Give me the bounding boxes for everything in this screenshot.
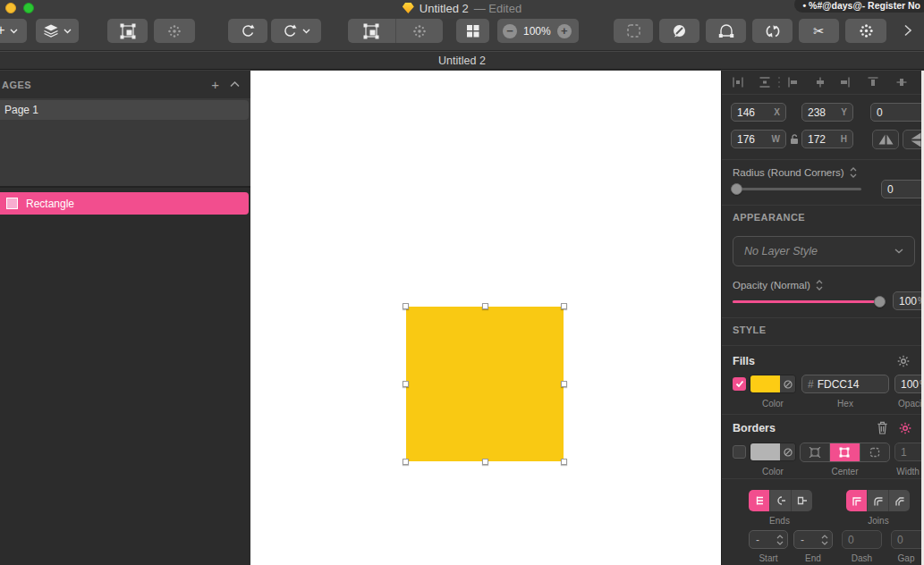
selection-handle-se[interactable] bbox=[561, 459, 567, 465]
circle-slash-icon bbox=[784, 380, 793, 389]
rotate-button[interactable] bbox=[228, 19, 267, 43]
layer-style-dropdown[interactable]: No Layer Style bbox=[733, 236, 915, 266]
join-miter-button[interactable] bbox=[846, 490, 867, 511]
join-bevel-button[interactable] bbox=[888, 490, 910, 511]
insert-button[interactable]: + bbox=[0, 19, 27, 43]
cap-butt-button[interactable] bbox=[749, 490, 769, 511]
align-left-icon[interactable] bbox=[787, 76, 800, 89]
width-field[interactable]: 176 W bbox=[731, 130, 786, 148]
dash-field[interactable]: 0 bbox=[842, 530, 882, 549]
rotation-field[interactable]: 0 bbox=[870, 103, 924, 122]
page-list-item[interactable]: Page 1 bbox=[0, 100, 249, 120]
stepper-icon bbox=[821, 535, 828, 545]
height-field[interactable]: 172 H bbox=[801, 130, 853, 148]
zoom-out-button[interactable]: − bbox=[503, 24, 517, 38]
layers-panel: Rectangle bbox=[0, 186, 250, 565]
align-horizontal-center-icon[interactable] bbox=[814, 76, 827, 89]
page-name: Page 1 bbox=[4, 104, 38, 116]
border-position-center-button[interactable] bbox=[829, 443, 859, 461]
layer-list-item-rectangle[interactable]: Rectangle bbox=[0, 192, 249, 215]
grid-icon bbox=[466, 24, 479, 38]
mask-button[interactable] bbox=[706, 19, 746, 43]
fill-hex-field[interactable]: # FDCC14 bbox=[801, 375, 889, 393]
rotate-copies-button[interactable] bbox=[271, 19, 321, 43]
cap-square-button[interactable] bbox=[791, 490, 812, 511]
y-unit-label: Y bbox=[841, 107, 847, 117]
opacity-label: Opacity (Normal) bbox=[733, 280, 810, 291]
opacity-slider-thumb[interactable] bbox=[874, 296, 886, 308]
opacity-slider[interactable] bbox=[733, 300, 885, 303]
selection-handle-e[interactable] bbox=[561, 381, 567, 387]
toolbar-overflow-button[interactable] bbox=[903, 24, 912, 40]
borders-gear-button[interactable] bbox=[899, 422, 911, 434]
border-position-outside-button[interactable] bbox=[860, 443, 889, 461]
align-vertical-middle-icon[interactable] bbox=[895, 76, 908, 89]
stepper-icon[interactable] bbox=[850, 167, 857, 178]
stepper-icon[interactable] bbox=[816, 280, 823, 291]
flip-horizontal-button[interactable] bbox=[872, 130, 899, 149]
sync-button[interactable] bbox=[752, 19, 793, 43]
alignment-toolbar bbox=[722, 71, 924, 94]
x-unit-label: X bbox=[774, 107, 780, 117]
opacity-value: 100 bbox=[899, 295, 917, 308]
border-gradient-button[interactable] bbox=[780, 443, 795, 460]
flatten-button[interactable] bbox=[395, 19, 444, 43]
border-position-inside-button[interactable] bbox=[801, 443, 829, 461]
y-position-field[interactable]: 238 Y bbox=[801, 103, 853, 122]
scissors-button[interactable]: ✂ bbox=[799, 19, 839, 43]
tab-untitled-2[interactable]: Untitled 2 bbox=[438, 55, 486, 67]
selection-handle-n[interactable] bbox=[482, 303, 488, 309]
rectangle-shape[interactable] bbox=[406, 307, 564, 461]
pencil-button[interactable] bbox=[659, 19, 699, 43]
distribute-vertically-icon[interactable] bbox=[759, 76, 771, 89]
collapse-pages-chevron-up-icon[interactable] bbox=[230, 81, 240, 88]
fill-gradient-button[interactable] bbox=[780, 375, 795, 392]
fill-opacity-field[interactable]: 100 % bbox=[894, 375, 924, 393]
selection-handle-w[interactable] bbox=[403, 381, 409, 387]
fill-color-swatch[interactable] bbox=[750, 375, 780, 392]
edit-shape-button[interactable] bbox=[348, 19, 395, 43]
selection-handle-s[interactable] bbox=[482, 459, 488, 465]
align-right-icon[interactable] bbox=[838, 76, 851, 89]
hex-value: FDCC14 bbox=[818, 378, 860, 391]
selection-handle-sw[interactable] bbox=[403, 459, 409, 465]
fill-enabled-checkbox[interactable] bbox=[733, 377, 746, 391]
lock-aspect-ratio-icon[interactable] bbox=[790, 132, 799, 148]
border-width-field[interactable]: 1 bbox=[894, 443, 924, 461]
flatten-button[interactable] bbox=[154, 19, 195, 43]
end-label: End bbox=[793, 553, 833, 563]
border-enabled-checkbox[interactable] bbox=[733, 445, 746, 459]
grid-button[interactable] bbox=[456, 19, 489, 43]
radius-slider[interactable] bbox=[733, 188, 861, 190]
arrow-start-stepper[interactable]: - bbox=[749, 530, 788, 549]
notification-banner[interactable]: • %#@days@- Register No bbox=[794, 0, 924, 13]
selection-handle-nw[interactable] bbox=[403, 303, 409, 309]
cap-round-button[interactable] bbox=[769, 490, 791, 511]
slice-button[interactable] bbox=[614, 19, 653, 43]
radius-value-field[interactable]: 0 bbox=[881, 180, 924, 198]
fills-gear-button[interactable] bbox=[897, 355, 910, 367]
zoom-level[interactable]: 100% bbox=[523, 25, 551, 38]
butt-cap-icon bbox=[754, 496, 765, 505]
arrow-end-stepper[interactable]: - bbox=[793, 530, 833, 549]
distribute-horizontally-icon[interactable] bbox=[732, 76, 744, 89]
delete-border-button[interactable] bbox=[877, 421, 888, 434]
x-position-field[interactable]: 146 X bbox=[731, 103, 786, 122]
zoom-in-button[interactable]: + bbox=[557, 24, 572, 38]
opacity-value-field[interactable]: 100 % bbox=[893, 291, 924, 310]
scissors-icon: ✂ bbox=[813, 23, 825, 39]
border-color-swatch[interactable] bbox=[750, 443, 780, 460]
canvas[interactable] bbox=[250, 71, 721, 565]
plugins-button[interactable] bbox=[845, 19, 886, 43]
pencil-circle-icon bbox=[672, 23, 687, 38]
separator-dots-icon bbox=[777, 76, 781, 89]
add-page-button[interactable]: + bbox=[211, 78, 219, 91]
align-top-icon[interactable] bbox=[867, 76, 879, 89]
selection-handle-ne[interactable] bbox=[561, 303, 567, 309]
radius-slider-thumb[interactable] bbox=[731, 183, 742, 195]
gap-field[interactable]: 0 bbox=[891, 530, 924, 549]
join-round-button[interactable] bbox=[867, 490, 888, 511]
layers-button[interactable] bbox=[36, 19, 79, 43]
borders-header-label: Borders bbox=[733, 422, 776, 434]
edit-shape-button[interactable] bbox=[107, 19, 148, 43]
